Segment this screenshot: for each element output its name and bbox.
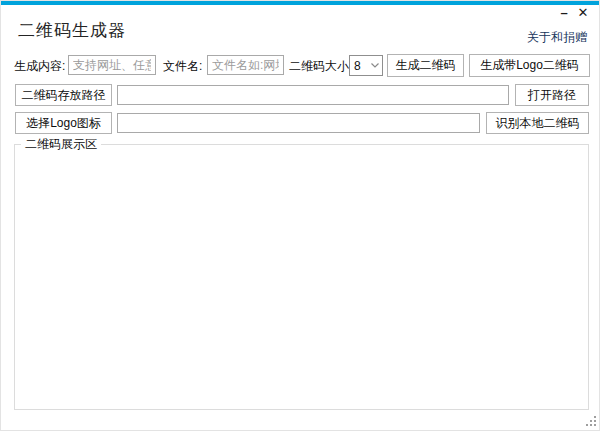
open-path-button[interactable]: 打开路径 — [515, 84, 589, 106]
app-window: 二维码生成器 – ✕ 关于和捐赠 生成内容: 文件名: 二维码大小: 8 生成二… — [0, 0, 600, 431]
save-path-button[interactable]: 二维码存放路径 — [15, 84, 112, 106]
filename-label: 文件名: — [163, 59, 202, 73]
qr-size-value: 8 — [350, 59, 368, 73]
close-icon: ✕ — [578, 5, 589, 20]
resize-grip-icon[interactable] — [585, 413, 597, 425]
save-path-input[interactable] — [117, 85, 509, 105]
logo-path-input[interactable] — [117, 113, 480, 133]
recognize-local-qr-button[interactable]: 识别本地二维码 — [486, 112, 589, 134]
about-donate-link[interactable]: 关于和捐赠 — [527, 29, 587, 46]
filename-input[interactable] — [207, 55, 284, 75]
select-logo-button[interactable]: 选择Logo图标 — [15, 112, 112, 134]
close-button[interactable]: ✕ — [574, 3, 592, 21]
page-title: 二维码生成器 — [18, 19, 126, 42]
generate-qr-button[interactable]: 生成二维码 — [387, 54, 464, 77]
qr-size-label: 二维码大小: — [289, 59, 352, 73]
qr-display-area: 二维码展示区 — [14, 144, 589, 410]
content-label: 生成内容: — [14, 59, 65, 73]
content-input[interactable] — [68, 55, 156, 75]
minimize-icon: – — [560, 5, 567, 20]
chevron-down-icon — [368, 56, 382, 75]
qr-size-select[interactable]: 8 — [349, 55, 383, 76]
minimize-button[interactable]: – — [555, 3, 573, 21]
titlebar-accent-bar — [1, 1, 600, 5]
generate-qr-with-logo-button[interactable]: 生成带Logo二维码 — [469, 54, 590, 77]
qr-display-area-label: 二维码展示区 — [21, 137, 101, 152]
